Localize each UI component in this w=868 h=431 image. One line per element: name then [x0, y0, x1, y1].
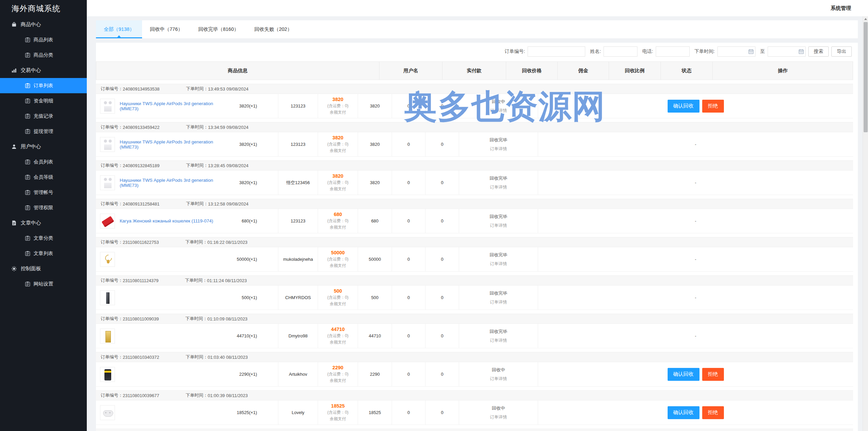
sidebar-item-article-center[interactable]: 文章中心	[0, 215, 87, 231]
product-image[interactable]	[100, 214, 115, 229]
form-icon	[25, 52, 31, 58]
order-meta-bar: 订单编号： 231108011622753 下单时间： 01:16:22 08/…	[96, 237, 853, 247]
app-title: 海外商城系统	[0, 0, 87, 17]
recycle-ratio-cell: 0	[426, 362, 459, 386]
reject-button[interactable]: 拒绝	[702, 100, 724, 113]
sidebar-item-article-list[interactable]: 文章列表	[0, 246, 87, 261]
calendar-icon[interactable]	[748, 49, 754, 54]
recycle-price-cell: 50000	[358, 247, 392, 271]
shipping-note: (含运费：0)	[327, 256, 349, 262]
product-cell: Наушники TWS Apple AirPods 3rd generatio…	[96, 94, 278, 118]
actions-cell: 确认回收 拒绝 -	[538, 171, 853, 195]
phone-input[interactable]	[656, 46, 690, 57]
order-detail-link[interactable]: 订单详情	[490, 108, 507, 114]
order-group: 订单编号： 240809134953538 下单时间： 13:49:53 09/…	[96, 80, 853, 118]
order-detail-link[interactable]: 订单详情	[490, 376, 507, 382]
confirm-recycle-button[interactable]: 确认回收	[668, 368, 699, 381]
product-title-link[interactable]: Наушники TWS Apple AirPods 3rd generatio…	[120, 139, 232, 150]
order-no-value: 240809132845189	[123, 163, 159, 168]
product-cell: Кагуа Женский кожаный кошелек (1119-074)…	[96, 209, 278, 233]
sidebar-item-label: 网站设置	[34, 281, 53, 287]
sidebar-item-admin-permission[interactable]: 管理权限	[0, 200, 87, 215]
vertical-scrollbar[interactable]	[863, 16, 868, 431]
commission-cell: 0	[392, 400, 426, 425]
sidebar-item-product-category[interactable]: 商品分类	[0, 47, 87, 63]
order-no-value: 240809131258481	[123, 201, 159, 207]
order-group: 订单编号： 240809132845189 下单时间： 13:28:45 09/…	[96, 157, 853, 195]
product-cell: Наушники TWS Apple AirPods 3rd generatio…	[96, 171, 278, 195]
product-image[interactable]	[100, 405, 115, 420]
action-buttons: 确认回收 拒绝	[668, 406, 724, 419]
scrollbar-thumb[interactable]	[864, 22, 868, 132]
product-image[interactable]	[100, 329, 115, 344]
paid-amount: 50000	[331, 250, 344, 256]
sidebar-item-site-settings[interactable]: 网站设置	[0, 276, 87, 292]
search-button[interactable]: 搜索	[808, 46, 829, 57]
export-button[interactable]: 导出	[831, 46, 852, 57]
scroll-up-arrow-icon[interactable]	[863, 16, 868, 21]
confirm-recycle-button[interactable]: 确认回收	[668, 406, 699, 419]
date-to-label: 至	[760, 48, 765, 55]
order-detail-link[interactable]: 订单详情	[490, 184, 507, 190]
product-image[interactable]	[100, 99, 115, 114]
reject-button[interactable]: 拒绝	[702, 406, 724, 419]
order-group: 订单编号： 231108010039677 下单时间： 01:00:39 08/…	[96, 387, 853, 425]
order-time-label: 下单时间：	[186, 86, 208, 92]
status-badge: 回收中	[492, 367, 505, 373]
sidebar-item-fund-detail[interactable]: 资金明细	[0, 93, 87, 109]
sidebar-item-product-list[interactable]: 商品列表	[0, 32, 87, 47]
tab-recycle-failed[interactable]: 回收失败（202）	[246, 20, 300, 38]
order-no-label: 订单编号：	[101, 124, 123, 130]
name-input[interactable]	[604, 46, 637, 57]
tab-recycling[interactable]: 回收中（776）	[142, 20, 191, 38]
confirm-recycle-button[interactable]: 确认回收	[668, 100, 699, 113]
pay-method: 余额支付	[330, 377, 346, 384]
product-title-link[interactable]: Кагуа Женский кожаный кошелек (1119-074)	[120, 218, 213, 223]
paid-amount: 3820	[332, 173, 343, 179]
sidebar-item-order-list[interactable]: 订单列表	[0, 78, 87, 93]
sidebar-item-admin-account[interactable]: 管理帐号	[0, 185, 87, 200]
sidebar-item-user-center[interactable]: 用户中心	[0, 139, 87, 154]
order-no-label: 订单编号：	[101, 277, 123, 283]
order-meta-bar: 订单编号： 231108011009039 下单时间： 01:10:09 08/…	[96, 314, 853, 324]
product-image[interactable]	[100, 367, 115, 382]
form-icon	[25, 281, 31, 287]
order-group: 订单编号： 240809133459422 下单时间： 13:34:59 09/…	[96, 118, 853, 157]
product-image[interactable]	[100, 290, 115, 305]
sidebar-item-recharge-record[interactable]: 充值记录	[0, 109, 87, 124]
sidebar-item-member-list[interactable]: 会员列表	[0, 154, 87, 170]
product-title-link[interactable]: Наушники TWS Apple AirPods 3rd generatio…	[120, 101, 232, 111]
system-manage-menu[interactable]: 系统管理	[831, 0, 851, 16]
sidebar-item-article-category[interactable]: 文章分类	[0, 231, 87, 246]
sidebar-item-trade-center[interactable]: 交易中心	[0, 63, 87, 78]
tab-all[interactable]: 全部（9138）	[96, 20, 142, 38]
actions-dash: -	[695, 218, 696, 223]
order-time-filter-label: 下单时间:	[694, 48, 715, 55]
order-no-value: 231108010039677	[123, 393, 159, 398]
reject-button[interactable]: 拒绝	[702, 368, 724, 381]
sidebar-item-product-center[interactable]: 商品中心	[0, 17, 87, 32]
tab-label: 全部（9138）	[104, 26, 134, 33]
order-detail-link[interactable]: 订单详情	[490, 338, 507, 344]
group-gap	[96, 348, 853, 352]
order-time-label: 下单时间：	[186, 201, 208, 207]
order-detail-link[interactable]: 订单详情	[490, 223, 507, 229]
tab-recycled[interactable]: 回收完毕（8160）	[191, 20, 246, 38]
order-detail-link[interactable]: 订单详情	[490, 414, 507, 420]
pay-method: 余额支付	[330, 186, 346, 192]
product-image[interactable]	[100, 252, 115, 267]
sidebar-item-label: 文章列表	[34, 250, 53, 257]
sidebar-item-label: 文章中心	[21, 220, 41, 226]
sidebar-item-control-panel[interactable]: 控制面板	[0, 261, 87, 276]
order-no-input[interactable]	[528, 46, 585, 57]
product-image[interactable]	[100, 137, 115, 152]
order-detail-link[interactable]: 订单详情	[490, 146, 507, 152]
product-image[interactable]	[100, 175, 115, 190]
sidebar-item-label: 资金明细	[34, 98, 53, 104]
product-title-link[interactable]: Наушники TWS Apple AirPods 3rd generatio…	[120, 178, 232, 188]
order-detail-link[interactable]: 订单详情	[490, 261, 507, 267]
calendar-icon[interactable]	[798, 49, 804, 54]
sidebar-item-withdraw-manage[interactable]: 提现管理	[0, 124, 87, 139]
order-detail-link[interactable]: 订单详情	[490, 299, 507, 305]
sidebar-item-member-level[interactable]: 会员等级	[0, 170, 87, 185]
